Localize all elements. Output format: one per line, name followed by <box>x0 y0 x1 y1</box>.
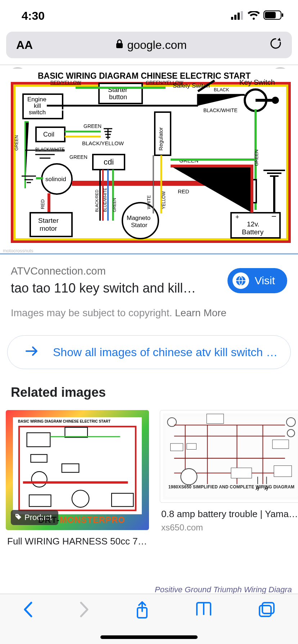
svg-rect-68 <box>62 464 79 473</box>
related-grid: BASIC WIRING DIAGRAM CHINESE ELECTRIC ST… <box>0 410 298 547</box>
svg-text:Regulator: Regulator <box>158 127 164 151</box>
svg-text:GREEN: GREEN <box>112 198 117 212</box>
svg-text:BASIC WIRING DIAGRAM CHINESE E: BASIC WIRING DIAGRAM CHINESE ELECTRIC ST… <box>38 71 250 80</box>
peek-caption: Positive Ground Triumph Wiring Diagram <box>155 585 292 594</box>
home-indicator <box>100 635 198 639</box>
svg-rect-1 <box>234 15 236 20</box>
svg-text:GREEN: GREEN <box>254 150 259 166</box>
svg-text:motor: motor <box>40 225 57 232</box>
svg-rect-78 <box>171 443 183 451</box>
svg-rect-87 <box>262 603 274 613</box>
svg-text:YELLOW: YELLOW <box>161 191 166 209</box>
svg-rect-6 <box>282 13 283 17</box>
svg-rect-84 <box>272 440 289 449</box>
visit-button[interactable]: Visit <box>227 268 287 293</box>
svg-rect-83 <box>274 466 292 477</box>
related-item[interactable]: 1980XS650 SIMPLIFIED AND COMPLETE WIRING… <box>160 410 298 547</box>
show-all-button[interactable]: Show all images of chinese atv kill swit… <box>7 335 291 369</box>
svg-rect-65 <box>27 433 50 447</box>
svg-text:Battery: Battery <box>242 228 264 236</box>
svg-rect-7 <box>116 43 123 48</box>
refresh-button[interactable] <box>270 37 282 53</box>
show-all-label: Show all images of chinese atv kill swit… <box>53 346 277 359</box>
svg-text:Stator: Stator <box>131 222 148 229</box>
source-site[interactable]: ATVConnection.com <box>11 265 220 277</box>
status-bar: 4:30 <box>0 0 298 32</box>
svg-rect-67 <box>31 455 47 463</box>
svg-text:Coil: Coil <box>43 131 54 138</box>
svg-text:RED/YELLOW: RED/YELLOW <box>50 80 81 85</box>
svg-text:GREEN: GREEN <box>14 135 19 151</box>
svg-text:GREEN: GREEN <box>83 123 101 129</box>
svg-text:solinoid: solinoid <box>45 176 66 183</box>
diagram-svg: BASIC WIRING DIAGRAM CHINESE ELECTRIC ST… <box>4 69 294 250</box>
svg-text:+: + <box>235 213 239 221</box>
svg-rect-81 <box>207 414 224 424</box>
svg-point-71 <box>72 490 89 507</box>
svg-rect-79 <box>187 443 197 449</box>
svg-text:cdi: cdi <box>104 157 114 166</box>
thumb-diagram-title: BASIC WIRING DIAGRAM CHINESE ELECTRIC ST… <box>18 419 137 423</box>
svg-point-69 <box>32 472 47 487</box>
visit-label: Visit <box>255 275 275 287</box>
brand-label: DRT-MONSTERPRO <box>38 515 125 525</box>
forward-button[interactable] <box>79 601 90 619</box>
svg-point-16 <box>272 97 279 104</box>
svg-rect-86 <box>259 606 271 616</box>
text-size-button[interactable]: AA <box>16 38 33 52</box>
related-heading: Related images <box>11 385 287 400</box>
address-bar[interactable]: AA google.com <box>6 32 292 58</box>
copyright-notice: Images may be subject to copyright. Lear… <box>11 307 287 319</box>
tabs-button[interactable] <box>258 601 275 619</box>
svg-text:kill: kill <box>34 102 41 109</box>
arrow-right-icon <box>26 346 38 359</box>
cellular-icon <box>231 9 244 23</box>
svg-text:BLUE/WHITE: BLUE/WHITE <box>103 188 107 212</box>
watermark: motocrossnuts <box>3 248 33 253</box>
svg-point-77 <box>287 429 295 437</box>
wiring-diagram[interactable]: BASIC WIRING DIAGRAM CHINESE ELECTRIC ST… <box>4 69 294 250</box>
svg-text:Starter: Starter <box>38 217 59 224</box>
svg-rect-0 <box>231 17 233 20</box>
related-caption: 0.8 amp battery trouble | Yamaha XS6… <box>161 509 298 520</box>
svg-rect-3 <box>241 11 243 20</box>
related-subcaption: xs650.com <box>161 523 298 533</box>
svg-rect-70 <box>29 495 51 506</box>
svg-text:BLACK/RED: BLACK/RED <box>95 190 99 212</box>
svg-text:−: − <box>271 211 276 221</box>
svg-rect-2 <box>238 13 240 20</box>
svg-rect-5 <box>265 12 276 18</box>
svg-text:button: button <box>109 93 127 101</box>
svg-rect-82 <box>231 468 252 478</box>
image-viewer: BASIC WIRING DIAGRAM CHINESE ELECTRIC ST… <box>0 65 298 253</box>
tag-icon <box>15 513 22 522</box>
thumb-footer: 1980XS650 SIMPLIFIED AND COMPLETE WIRING… <box>163 484 298 489</box>
related-item[interactable]: BASIC WIRING DIAGRAM CHINESE ELECTRIC ST… <box>6 410 149 547</box>
result-details: ATVConnection.com tao tao 110 key switch… <box>0 254 298 319</box>
svg-text:Engine: Engine <box>27 96 46 103</box>
svg-text:Magneto: Magneto <box>127 215 150 221</box>
svg-text:BLACK/YELLOW: BLACK/YELLOW <box>82 140 124 146</box>
battery-icon <box>263 9 284 23</box>
svg-text:BLACK/WHITE: BLACK/WHITE <box>35 147 64 152</box>
bookmarks-button[interactable] <box>195 601 213 618</box>
svg-point-73 <box>16 515 18 516</box>
svg-text:Key Switch: Key Switch <box>239 78 275 86</box>
share-toolbar-button[interactable] <box>135 601 149 621</box>
url-text: google.com <box>127 38 186 52</box>
svg-text:switch: switch <box>29 109 46 116</box>
url-display[interactable]: google.com <box>40 38 262 52</box>
wifi-icon <box>248 9 260 23</box>
svg-point-76 <box>286 418 295 427</box>
svg-text:RED: RED <box>40 199 45 209</box>
svg-point-80 <box>181 469 197 485</box>
back-button[interactable] <box>23 601 33 619</box>
result-title[interactable]: tao tao 110 key switch and kill switch d… <box>11 281 198 296</box>
status-indicators <box>231 9 284 23</box>
svg-text:12v.: 12v. <box>247 220 259 228</box>
learn-more-link[interactable]: Learn More <box>175 307 226 318</box>
globe-icon <box>232 272 249 289</box>
clock: 4:30 <box>22 9 45 23</box>
lock-icon <box>116 38 123 52</box>
svg-rect-66 <box>65 427 87 437</box>
